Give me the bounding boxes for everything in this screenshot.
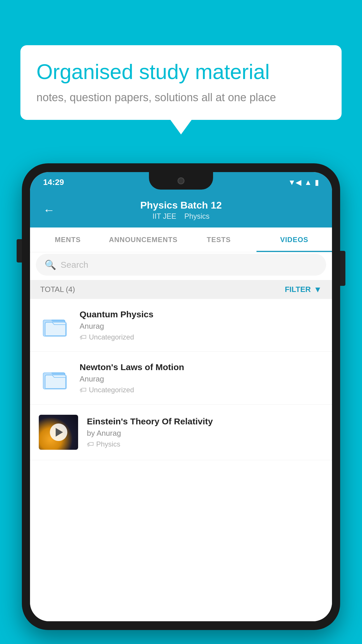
- filter-button[interactable]: FILTER ▼: [285, 285, 322, 294]
- app-title: Physics Batch 12: [140, 200, 222, 211]
- phone-mockup: 14:29 ▼◀ ▲ ▮ ← Physics Batch 12 IIT JEE …: [22, 163, 340, 630]
- filter-label: FILTER: [285, 285, 311, 294]
- tag-text: Uncategorized: [89, 386, 134, 394]
- tag-text: Uncategorized: [89, 333, 134, 341]
- status-icons: ▼◀ ▲ ▮: [288, 178, 319, 187]
- tag-icon: 🏷: [80, 333, 87, 341]
- video-item-info: Newton's Laws of Motion Anurag 🏷 Uncateg…: [80, 362, 323, 394]
- subtitle-physics: Physics: [184, 212, 210, 220]
- tabs-bar: MENTS ANNOUNCEMENTS TESTS VIDEOS: [30, 228, 332, 252]
- app-subtitle: IIT JEE Physics: [140, 212, 222, 220]
- play-button[interactable]: [50, 424, 67, 441]
- speech-bubble-container: Organised study material notes, question…: [20, 45, 342, 120]
- folder-icon: [39, 309, 71, 341]
- filter-icon: ▼: [314, 285, 322, 294]
- search-icon: 🔍: [45, 259, 56, 270]
- tag-icon: 🏷: [80, 386, 87, 394]
- tab-announcements[interactable]: ANNOUNCEMENTS: [106, 228, 181, 252]
- video-tag: 🏷 Uncategorized: [80, 333, 323, 341]
- list-item[interactable]: Newton's Laws of Motion Anurag 🏷 Uncateg…: [30, 352, 332, 405]
- video-tag: 🏷 Physics: [87, 440, 323, 448]
- wifi-icon: ▼◀: [288, 178, 302, 187]
- app-header: ← Physics Batch 12 IIT JEE Physics: [30, 192, 332, 228]
- tab-videos[interactable]: VIDEOS: [256, 228, 332, 252]
- video-author: Anurag: [80, 374, 323, 384]
- list-item[interactable]: Quantum Physics Anurag 🏷 Uncategorized: [30, 299, 332, 352]
- speech-bubble-heading: Organised study material: [36, 60, 326, 84]
- video-author: by Anurag: [87, 429, 323, 438]
- phone-notch: [149, 172, 213, 190]
- signal-icon: ▲: [304, 178, 312, 187]
- video-title: Einstein's Theory Of Relativity: [87, 416, 323, 426]
- camera-icon: [178, 177, 184, 184]
- folder-svg: [42, 312, 68, 338]
- folder-svg: [42, 365, 68, 391]
- status-time: 14:29: [43, 178, 64, 187]
- video-list: Quantum Physics Anurag 🏷 Uncategorized: [30, 299, 332, 621]
- speech-bubble-subtext: notes, question papers, solutions all at…: [36, 91, 326, 104]
- filter-row: TOTAL (4) FILTER ▼: [30, 280, 332, 299]
- tag-text: Physics: [96, 440, 120, 448]
- tag-icon: 🏷: [87, 440, 94, 448]
- play-icon: [56, 428, 63, 437]
- battery-icon: ▮: [315, 178, 319, 187]
- video-thumbnail: [39, 415, 78, 450]
- back-button[interactable]: ←: [43, 204, 55, 217]
- video-title: Newton's Laws of Motion: [80, 362, 323, 372]
- tab-tests[interactable]: TESTS: [181, 228, 256, 252]
- video-item-info: Einstein's Theory Of Relativity by Anura…: [87, 416, 323, 448]
- phone-outer: 14:29 ▼◀ ▲ ▮ ← Physics Batch 12 IIT JEE …: [22, 163, 340, 630]
- subtitle-iit: IIT JEE: [152, 212, 176, 220]
- speech-bubble: Organised study material notes, question…: [20, 45, 342, 120]
- video-item-info: Quantum Physics Anurag 🏷 Uncategorized: [80, 309, 323, 341]
- list-item[interactable]: Einstein's Theory Of Relativity by Anura…: [30, 405, 332, 460]
- video-author: Anurag: [80, 322, 323, 331]
- video-tag: 🏷 Uncategorized: [80, 386, 323, 394]
- search-placeholder: Search: [61, 260, 88, 270]
- folder-icon: [39, 362, 71, 394]
- total-label: TOTAL (4): [40, 285, 75, 294]
- video-title: Quantum Physics: [80, 309, 323, 319]
- phone-screen: 14:29 ▼◀ ▲ ▮ ← Physics Batch 12 IIT JEE …: [30, 172, 332, 621]
- header-title-block: Physics Batch 12 IIT JEE Physics: [140, 200, 222, 220]
- search-bar[interactable]: 🔍 Search: [36, 254, 326, 276]
- tab-ments[interactable]: MENTS: [30, 228, 106, 252]
